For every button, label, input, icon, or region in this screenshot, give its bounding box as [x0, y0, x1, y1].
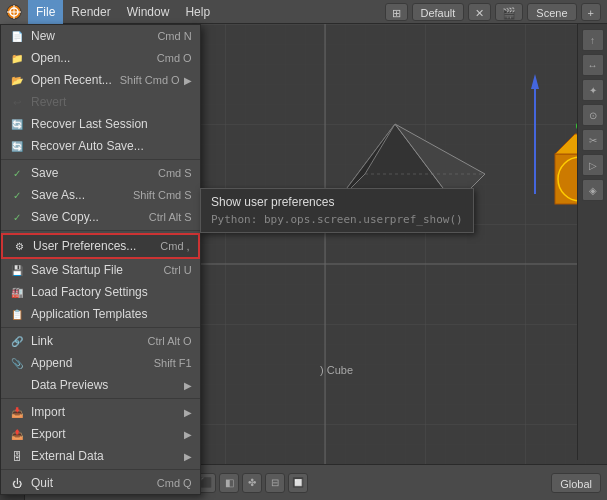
- menu-item-save-as[interactable]: ✓ Save As... Shift Cmd S: [1, 184, 200, 206]
- export-arrow: ▶: [184, 429, 192, 440]
- separator-2: [1, 230, 200, 231]
- load-factory-icon: 🏭: [9, 284, 25, 300]
- workspace-label: Default: [412, 3, 465, 21]
- status-icon-6[interactable]: ✤: [242, 473, 262, 493]
- data-previews-icon: [9, 377, 25, 393]
- menu-item-append[interactable]: 📎 Append Shift F1: [1, 352, 200, 374]
- menu-item-app-templates[interactable]: 📋 Application Templates: [1, 303, 200, 325]
- menu-render[interactable]: Render: [63, 0, 118, 24]
- separator-3: [1, 327, 200, 328]
- save-as-checkmark: ✓: [9, 187, 25, 203]
- menu-item-load-factory[interactable]: 🏭 Load Factory Settings: [1, 281, 200, 303]
- panel-icon-5[interactable]: ✂: [582, 129, 604, 151]
- right-panel: ↑ ↔ ✦ ⊙ ✂ ▷ ◈: [577, 24, 607, 460]
- append-icon: 📎: [9, 355, 25, 371]
- file-dropdown: 📄 New Cmd N 📁 Open... Cmd O 📂 Open Recen…: [0, 24, 201, 495]
- menu-item-save-copy[interactable]: ✓ Save Copy... Ctrl Alt S: [1, 206, 200, 228]
- open-recent-arrow: ▶: [184, 75, 192, 86]
- menu-item-import[interactable]: 📥 Import ▶: [1, 401, 200, 423]
- menu-item-new[interactable]: 📄 New Cmd N: [1, 25, 200, 47]
- menu-item-data-previews[interactable]: Data Previews ▶: [1, 374, 200, 396]
- engine-btn[interactable]: 🎬: [495, 3, 523, 21]
- recover-auto-icon: 🔄: [9, 138, 25, 154]
- revert-icon: ↩: [9, 94, 25, 110]
- status-icon-5[interactable]: ◧: [219, 473, 239, 493]
- panel-icon-3[interactable]: ✦: [582, 79, 604, 101]
- recover-last-icon: 🔄: [9, 116, 25, 132]
- menu-item-save[interactable]: ✓ Save Cmd S: [1, 162, 200, 184]
- menu-item-link[interactable]: 🔗 Link Ctrl Alt O: [1, 330, 200, 352]
- menu-item-external-data[interactable]: 🗄 External Data ▶: [1, 445, 200, 467]
- workspace-close[interactable]: ✕: [468, 3, 491, 21]
- link-icon: 🔗: [9, 333, 25, 349]
- menu-help[interactable]: Help: [177, 0, 218, 24]
- save-startup-icon: 💾: [9, 262, 25, 278]
- import-icon: 📥: [9, 404, 25, 420]
- panel-icon-6[interactable]: ▷: [582, 154, 604, 176]
- separator-5: [1, 469, 200, 470]
- separator-1: [1, 159, 200, 160]
- menu-item-save-startup[interactable]: 💾 Save Startup File Ctrl U: [1, 259, 200, 281]
- tooltip-title: Show user preferences: [211, 195, 463, 209]
- menu-window[interactable]: Window: [119, 0, 178, 24]
- scene-label: Scene: [527, 3, 576, 21]
- blender-logo[interactable]: [0, 0, 28, 24]
- export-icon: 📤: [9, 426, 25, 442]
- external-data-icon: 🗄: [9, 448, 25, 464]
- menu-item-open-recent[interactable]: 📂 Open Recent... Shift Cmd O ▶: [1, 69, 200, 91]
- global-label: Global: [551, 473, 601, 493]
- menubar-right: ⊞ Default ✕ 🎬 Scene +: [385, 3, 608, 21]
- status-icon-8[interactable]: 🔲: [288, 473, 308, 493]
- open-recent-icon: 📂: [9, 72, 25, 88]
- quit-icon: ⏻: [9, 475, 25, 491]
- svg-text:) Cube: ) Cube: [320, 364, 353, 376]
- panel-icon-7[interactable]: ◈: [582, 179, 604, 201]
- menu-item-open[interactable]: 📁 Open... Cmd O: [1, 47, 200, 69]
- save-checkmark: ✓: [9, 165, 25, 181]
- menu-item-export[interactable]: 📤 Export ▶: [1, 423, 200, 445]
- status-icon-7[interactable]: ⊟: [265, 473, 285, 493]
- tooltip-python: Python: bpy.ops.screen.userpref_show(): [211, 213, 463, 226]
- menu-file[interactable]: File: [28, 0, 63, 24]
- menu-item-revert[interactable]: ↩ Revert: [1, 91, 200, 113]
- user-prefs-tooltip: Show user preferences Python: bpy.ops.sc…: [200, 188, 474, 233]
- save-copy-checkmark: ✓: [9, 209, 25, 225]
- external-data-arrow: ▶: [184, 451, 192, 462]
- separator-4: [1, 398, 200, 399]
- expand-btn[interactable]: +: [581, 3, 601, 21]
- user-prefs-icon: ⚙: [11, 238, 27, 254]
- menubar: File Render Window Help ⊞ Default ✕ 🎬 Sc…: [0, 0, 607, 24]
- menu-item-recover-last[interactable]: 🔄 Recover Last Session: [1, 113, 200, 135]
- data-previews-arrow: ▶: [184, 380, 192, 391]
- new-icon: 📄: [9, 28, 25, 44]
- menu-item-recover-auto[interactable]: 🔄 Recover Auto Save...: [1, 135, 200, 157]
- panel-icon-1[interactable]: ↑: [582, 29, 604, 51]
- app-templates-icon: 📋: [9, 306, 25, 322]
- menu-item-user-prefs[interactable]: ⚙ User Preferences... Cmd ,: [1, 233, 200, 259]
- menu-item-quit[interactable]: ⏻ Quit Cmd Q: [1, 472, 200, 494]
- file-menu: 📄 New Cmd N 📁 Open... Cmd O 📂 Open Recen…: [0, 24, 201, 495]
- layout-icon[interactable]: ⊞: [385, 3, 408, 21]
- import-arrow: ▶: [184, 407, 192, 418]
- panel-icon-4[interactable]: ⊙: [582, 104, 604, 126]
- panel-icon-2[interactable]: ↔: [582, 54, 604, 76]
- open-icon: 📁: [9, 50, 25, 66]
